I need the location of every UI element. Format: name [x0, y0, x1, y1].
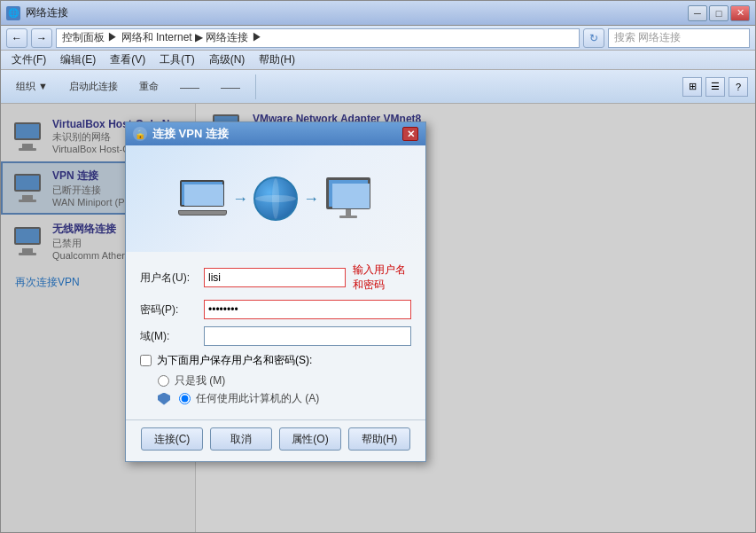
- menu-tools[interactable]: 工具(T): [152, 51, 201, 69]
- close-button[interactable]: ✕: [730, 5, 750, 21]
- toolbar-separator: [255, 74, 256, 99]
- radio-me-row: 只是我 (M): [158, 373, 411, 388]
- shield-icon: [158, 393, 170, 405]
- dialog-icon: 🔒: [133, 127, 147, 141]
- save-password-checkbox[interactable]: [140, 355, 152, 366]
- arrow-icon: →: [232, 190, 248, 208]
- domain-row: 域(M):: [140, 326, 411, 346]
- radio-anyone-row: 任何使用此计算机的人 (A): [158, 391, 411, 406]
- toolbar-action4[interactable]: ——: [213, 73, 248, 101]
- window-icon: 🌐: [6, 6, 20, 20]
- dialog-title: 连接 VPN 连接: [152, 126, 229, 142]
- menu-bar: 文件(F) 编辑(E) 查看(V) 工具(T) 高级(N) 帮助(H): [1, 51, 755, 70]
- menu-file[interactable]: 文件(F): [4, 51, 53, 69]
- laptop-icon: [178, 180, 227, 217]
- username-row: 用户名(U): 输入用户名和密码: [140, 263, 411, 293]
- hint-text: 输入用户名和密码: [353, 263, 411, 293]
- window-title: 网络连接: [26, 5, 688, 20]
- toolbar-right: ⊞ ☰ ?: [682, 77, 748, 97]
- password-row: 密码(P):: [140, 300, 411, 319]
- view-toggle[interactable]: ⊞: [682, 77, 702, 97]
- main-window: 🌐 网络连接 ─ □ ✕ ← → 控制面板 ▶ 网络和 Internet ▶ 网…: [0, 0, 756, 533]
- search-box[interactable]: 搜索 网络连接: [608, 28, 750, 48]
- toolbar: 组织 ▼ 启动此连接 重命 —— —— ⊞ ☰ ?: [1, 70, 755, 104]
- domain-label: 域(M):: [140, 329, 204, 344]
- menu-help[interactable]: 帮助(H): [252, 51, 302, 69]
- dialog-title-bar: 🔒 连接 VPN 连接 ✕: [126, 122, 425, 145]
- radio-anyone-label: 任何使用此计算机的人 (A): [196, 391, 319, 406]
- dialog-form: 用户名(U): 输入用户名和密码 密码(P): 域(M): 为下: [126, 252, 425, 416]
- connect-button[interactable]: 连接(C): [141, 427, 203, 451]
- laptop-base: [178, 210, 227, 216]
- dialog-graphic: → →: [126, 145, 425, 252]
- username-label: 用户名(U):: [140, 270, 204, 286]
- domain-input[interactable]: [204, 326, 411, 346]
- save-password-row: 为下面用户保存用户名和密码(S):: [140, 353, 411, 368]
- dialog-buttons: 连接(C) 取消 属性(O) 帮助(H): [126, 419, 425, 461]
- monitor-screen: [326, 177, 370, 209]
- title-bar: 🌐 网络连接 ─ □ ✕: [1, 1, 755, 26]
- cancel-button[interactable]: 取消: [210, 427, 272, 451]
- password-input[interactable]: [204, 300, 411, 319]
- maximize-button[interactable]: □: [709, 5, 729, 21]
- menu-advanced[interactable]: 高级(N): [202, 51, 253, 69]
- monitor-screen-inner: [332, 184, 370, 208]
- refresh-button[interactable]: ↻: [583, 28, 604, 48]
- rename-button[interactable]: 重命: [131, 73, 167, 101]
- address-bar: ← → 控制面板 ▶ 网络和 Internet ▶ 网络连接 ▶ ↻ 搜索 网络…: [1, 26, 755, 51]
- help-button-toolbar[interactable]: ?: [729, 77, 748, 97]
- save-password-label: 为下面用户保存用户名和密码(S):: [157, 353, 312, 368]
- arrow-icon-2: →: [303, 190, 319, 208]
- menu-edit[interactable]: 编辑(E): [53, 51, 103, 69]
- monitor-icon: [324, 177, 373, 220]
- laptop-screen: [180, 180, 224, 207]
- toolbar-action3[interactable]: ——: [172, 73, 207, 101]
- radio-me[interactable]: [158, 375, 169, 387]
- monitor-stand-h: [339, 216, 357, 218]
- password-label: 密码(P):: [140, 302, 204, 317]
- username-input[interactable]: [204, 268, 346, 287]
- main-content: VirtualBox Host-Only N... 未识别的网络 Virtual…: [1, 104, 755, 532]
- radio-me-label: 只是我 (M): [175, 373, 225, 388]
- view-details[interactable]: ☰: [705, 77, 725, 97]
- connect-button[interactable]: 启动此连接: [61, 73, 126, 101]
- vpn-dialog: 🔒 连接 VPN 连接 ✕ → →: [125, 121, 426, 462]
- back-button[interactable]: ←: [6, 28, 27, 48]
- minimize-button[interactable]: ─: [688, 5, 707, 21]
- globe-icon: [253, 176, 298, 221]
- properties-button[interactable]: 属性(O): [279, 427, 341, 451]
- menu-view[interactable]: 查看(V): [103, 51, 152, 69]
- window-controls: ─ □ ✕: [688, 5, 750, 21]
- breadcrumb: 控制面板 ▶ 网络和 Internet ▶ 网络连接 ▶: [56, 28, 580, 48]
- dialog-close-button[interactable]: ✕: [402, 127, 418, 141]
- help-button[interactable]: 帮助(H): [348, 427, 410, 451]
- forward-button[interactable]: →: [31, 28, 52, 48]
- radio-anyone[interactable]: [179, 393, 191, 404]
- organize-button[interactable]: 组织 ▼: [8, 73, 56, 101]
- search-placeholder: 搜索 网络连接: [614, 30, 681, 45]
- laptop-screen-inner: [184, 184, 223, 206]
